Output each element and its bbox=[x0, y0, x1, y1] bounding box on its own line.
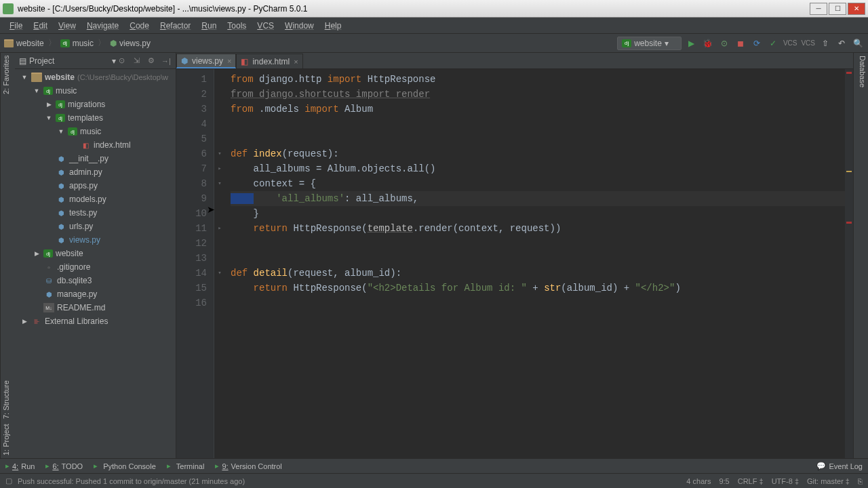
tree-item[interactable]: ▫.gitignore bbox=[15, 260, 176, 274]
search-button[interactable]: 🔍 bbox=[852, 37, 864, 49]
push-button[interactable]: ⇧ bbox=[819, 37, 831, 49]
tree-item[interactable]: ⬢urls.py bbox=[15, 220, 176, 233]
code-line[interactable]: from django.shortcuts import render bbox=[231, 87, 845, 102]
fold-indicator[interactable]: ▾ bbox=[214, 266, 225, 281]
code-line[interactable]: from django.http import HttpResponse bbox=[231, 72, 845, 87]
gutter-structure[interactable]: 7: Structure bbox=[2, 380, 14, 419]
menu-code[interactable]: Code bbox=[124, 19, 155, 33]
breadcrumb-item[interactable]: djmusic bbox=[60, 39, 94, 48]
menu-window[interactable]: Window bbox=[279, 19, 319, 33]
tree-item[interactable]: ⛁db.sqlite3 bbox=[15, 274, 176, 287]
tree-item[interactable]: ⬢models.py bbox=[15, 192, 176, 206]
status-position[interactable]: 9:5 bbox=[719, 477, 729, 485]
settings-icon[interactable]: ⚙ bbox=[146, 56, 157, 66]
tree-item[interactable]: ▼djmusic bbox=[15, 84, 176, 98]
fold-indicator[interactable]: ▸ bbox=[214, 161, 225, 176]
tree-item[interactable]: ⬢manage.py bbox=[15, 287, 176, 301]
editor-tab[interactable]: ◧index.html× bbox=[236, 54, 302, 68]
code-line[interactable]: } bbox=[231, 206, 845, 221]
tree-item[interactable]: ▶djmigrations bbox=[15, 98, 176, 111]
run-config-selector[interactable]: dj website ▾ bbox=[617, 37, 682, 50]
menu-navigate[interactable]: Navigate bbox=[81, 19, 124, 33]
tree-item[interactable]: ▼djtemplates bbox=[15, 111, 176, 125]
error-marker-2[interactable] bbox=[846, 222, 852, 224]
code-line[interactable]: from .models import Album bbox=[231, 102, 845, 117]
menu-help[interactable]: Help bbox=[319, 19, 347, 33]
status-line-sep[interactable]: CRLF ‡ bbox=[738, 477, 764, 485]
hide-icon[interactable]: →| bbox=[161, 56, 172, 66]
tree-external-libraries[interactable]: ▶⊪External Libraries bbox=[15, 314, 176, 328]
tree-item[interactable]: ⬢__init__.py bbox=[15, 152, 176, 165]
status-git[interactable]: Git: master ‡ bbox=[807, 477, 850, 485]
menu-tools[interactable]: Tools bbox=[222, 19, 252, 33]
tree-item[interactable]: ⬢views.py bbox=[15, 233, 176, 247]
event-log-button[interactable]: 💬Event Log bbox=[816, 462, 863, 470]
tree-item[interactable]: ▶djwebsite bbox=[15, 247, 176, 260]
editor-tab[interactable]: ⬢views.py× bbox=[176, 54, 236, 68]
tree-item[interactable]: M↓README.md bbox=[15, 301, 176, 314]
collapse-icon[interactable]: ⇲ bbox=[131, 56, 142, 66]
fold-indicator[interactable]: ▾ bbox=[214, 146, 225, 161]
tool-window-button[interactable]: ▸4: Run bbox=[5, 462, 35, 470]
code-line[interactable]: def index(request): bbox=[231, 146, 845, 161]
code-line[interactable]: 'all_albums': all_albums, bbox=[231, 191, 845, 206]
commit-button[interactable]: ✓ bbox=[767, 37, 779, 49]
code-line[interactable]: all_albums = Album.objects.all() bbox=[231, 161, 845, 176]
autoscroll-icon[interactable]: ⊙ bbox=[116, 56, 127, 66]
warning-marker[interactable] bbox=[846, 171, 852, 172]
code-area[interactable]: from django.http import HttpResponsefrom… bbox=[225, 69, 845, 458]
close-icon[interactable]: × bbox=[227, 57, 231, 65]
minimize-button[interactable]: ─ bbox=[810, 3, 827, 15]
project-tree[interactable]: ▼website(C:\Users\Bucky\Desktop\w▼djmusi… bbox=[15, 69, 176, 458]
code-line[interactable]: def detail(request, album_id): bbox=[231, 266, 845, 281]
code-line[interactable]: return HttpResponse(template.render(cont… bbox=[231, 221, 845, 236]
line-number: 5 bbox=[176, 131, 207, 146]
editor-body[interactable]: 12345678910111213141516 ▾▸▾▸▾ from djang… bbox=[176, 69, 853, 458]
menu-file[interactable]: File bbox=[4, 19, 28, 33]
gutter-project[interactable]: 1: Project bbox=[2, 424, 14, 455]
close-icon[interactable]: × bbox=[294, 58, 298, 66]
code-line[interactable] bbox=[231, 131, 845, 146]
debug-button[interactable]: 🐞 bbox=[702, 37, 714, 49]
menu-refactor[interactable]: Refactor bbox=[155, 19, 196, 33]
menu-run[interactable]: Run bbox=[196, 19, 222, 33]
error-marker[interactable] bbox=[846, 72, 852, 74]
coverage-button[interactable]: ⊙ bbox=[718, 37, 730, 49]
code-line[interactable] bbox=[231, 236, 845, 251]
breadcrumb-item[interactable]: ⬢views.py bbox=[110, 39, 151, 48]
maximize-button[interactable]: ☐ bbox=[829, 3, 846, 15]
gutter-database[interactable]: Database bbox=[859, 56, 867, 455]
tree-item[interactable]: ▼djmusic bbox=[15, 125, 176, 138]
stop-button[interactable]: ◼ bbox=[734, 37, 747, 49]
code-line[interactable]: context = { bbox=[231, 176, 845, 191]
fold-indicator[interactable]: ▾ bbox=[214, 176, 225, 191]
tree-item[interactable]: ◧index.html bbox=[15, 138, 176, 152]
menu-vcs[interactable]: VCS bbox=[252, 19, 279, 33]
breadcrumb-item[interactable]: website bbox=[4, 39, 44, 48]
code-line[interactable] bbox=[231, 251, 845, 266]
update-button[interactable]: ⟳ bbox=[751, 37, 763, 49]
run-button[interactable]: ▶ bbox=[686, 37, 698, 49]
tree-root[interactable]: ▼website(C:\Users\Bucky\Desktop\w bbox=[15, 70, 176, 84]
menu-edit[interactable]: Edit bbox=[28, 19, 53, 33]
status-lock-icon[interactable]: ⎘ bbox=[858, 477, 863, 485]
project-panel-title: Project bbox=[29, 56, 54, 66]
status-encoding[interactable]: UTF-8 ‡ bbox=[772, 477, 799, 485]
code-line[interactable] bbox=[231, 296, 845, 310]
menu-view[interactable]: View bbox=[53, 19, 81, 33]
revert-button[interactable]: ↶ bbox=[835, 37, 848, 49]
gutter-favorites[interactable]: 2: Favorites bbox=[2, 56, 14, 94]
tree-item[interactable]: ⬢tests.py bbox=[15, 206, 176, 220]
tool-window-button[interactable]: ▸9: Version Control bbox=[215, 462, 281, 470]
django-icon: dj bbox=[622, 39, 631, 47]
code-line[interactable] bbox=[231, 117, 845, 131]
close-button[interactable]: ✕ bbox=[848, 3, 865, 15]
tree-item[interactable]: ⬢apps.py bbox=[15, 179, 176, 192]
code-line[interactable]: return HttpResponse("<h2>Details for Alb… bbox=[231, 281, 845, 296]
status-square-icon[interactable]: ▢ bbox=[5, 476, 12, 485]
tool-window-button[interactable]: ▸ Terminal bbox=[167, 462, 205, 470]
tool-window-button[interactable]: ▸6: TODO bbox=[45, 462, 83, 470]
fold-indicator[interactable]: ▸ bbox=[214, 221, 225, 236]
tree-item[interactable]: ⬢admin.py bbox=[15, 165, 176, 179]
tool-window-button[interactable]: ▸ Python Console bbox=[94, 462, 156, 470]
